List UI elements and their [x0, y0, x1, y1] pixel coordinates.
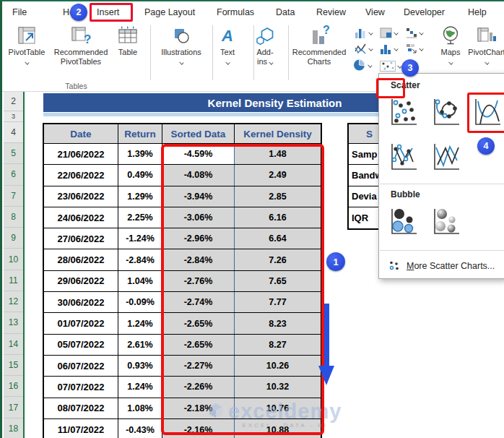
pivottable-icon [16, 25, 38, 46]
cell-date[interactable]: 22/06/2022 [44, 165, 118, 185]
row-header[interactable]: 5 [4, 143, 23, 164]
row-header[interactable]: 13 [4, 312, 23, 333]
treemap-chart-icon [380, 27, 392, 39]
cell-return[interactable]: 1.39% [118, 144, 162, 164]
row-header[interactable]: 18 [4, 418, 23, 438]
table-button[interactable]: Table [109, 25, 147, 57]
scatter-smooth-lines-markers-option[interactable] [429, 95, 462, 130]
chevron-down-icon [25, 60, 29, 64]
recommended-charts-button[interactable]: ? Recommended Charts [289, 25, 349, 66]
step-4-badge: 4 [477, 137, 495, 155]
tab-data[interactable]: Data [276, 1, 295, 23]
pivotchart-button[interactable]: PivotChart [467, 25, 504, 66]
cell-return[interactable]: 2.61% [118, 335, 162, 355]
cell-date[interactable]: 11/07/2022 [44, 419, 118, 438]
chevron-down-icon [368, 46, 373, 51]
row-header[interactable]: 6 [4, 164, 23, 185]
row-header[interactable]: 10 [4, 249, 23, 270]
row-header[interactable]: 3 [4, 111, 23, 122]
add-ins-button[interactable]: Add- ins [248, 25, 282, 66]
cell-date[interactable]: 08/07/2022 [44, 398, 118, 418]
cell-return[interactable]: -1.24% [118, 228, 162, 249]
text-label: Text [220, 48, 235, 56]
cell-return[interactable]: 1.08% [118, 398, 162, 418]
cell-return[interactable]: 0.49% [118, 165, 162, 185]
insert-statistic-chart-button[interactable] [380, 41, 398, 56]
header-date[interactable]: Date [44, 124, 118, 143]
insert-pie-chart-button[interactable] [353, 58, 372, 72]
header-kernel-density[interactable]: Kernel Density [235, 124, 321, 143]
row-header[interactable]: 8 [4, 207, 23, 228]
maps-button[interactable]: Maps [434, 25, 467, 66]
tab-review[interactable]: Review [316, 1, 346, 23]
cell-return[interactable]: 1.29% [118, 186, 162, 207]
row-header[interactable]: 14 [4, 334, 23, 355]
insert-waterfall-chart-button[interactable] [405, 25, 423, 40]
tab-view[interactable]: View [365, 1, 385, 23]
insert-line-chart-button[interactable] [355, 41, 373, 56]
chevron-down-icon [419, 30, 423, 35]
recommended-pivottables-button[interactable]: ? Recommended PivotTables [48, 25, 113, 66]
tab-formulas[interactable]: Formulas [217, 1, 254, 23]
cell-return[interactable]: 2.25% [118, 207, 162, 228]
insert-hierarchy-chart-button[interactable] [380, 25, 398, 40]
cell-date[interactable]: 06/07/2022 [44, 356, 118, 376]
more-scatter-charts-icon [388, 260, 400, 272]
tab-file[interactable]: File [12, 1, 27, 23]
recommended-charts-label1: Recommended [292, 48, 347, 56]
combo-chart-icon [405, 43, 417, 55]
scatter-straight-lines-option[interactable] [429, 140, 462, 175]
bubble-3d-chart-icon [430, 205, 461, 238]
cell-date[interactable]: 05/07/2022 [44, 335, 118, 355]
cell-date[interactable]: 28/06/2022 [44, 249, 118, 270]
row-header[interactable]: 17 [4, 397, 23, 418]
bubble-3d-option[interactable] [429, 204, 462, 239]
cell-return[interactable]: -0.09% [118, 292, 162, 312]
row-header[interactable]: 2 [4, 92, 23, 111]
cell-return[interactable]: 1.04% [118, 271, 162, 291]
cell-date[interactable]: 29/06/2022 [44, 271, 118, 291]
cell-return[interactable]: 1.24% [118, 377, 162, 397]
cell-date[interactable]: 30/06/2022 [44, 292, 118, 312]
row-header[interactable]: 11 [4, 270, 23, 291]
scatter-markers-option[interactable] [386, 95, 420, 130]
cell-date[interactable]: 24/06/2022 [44, 207, 118, 228]
recommended-pivottables-label2: PivotTables [61, 57, 101, 66]
cell-return[interactable]: -2.84% [118, 249, 162, 270]
cell-return[interactable]: -0.43% [118, 419, 162, 438]
cell-return[interactable]: 1.24% [118, 313, 162, 333]
row-header[interactable]: 12 [4, 291, 23, 312]
insert-combo-chart-button[interactable] [405, 41, 423, 56]
chevron-down-icon [394, 46, 398, 51]
cell-date[interactable]: 01/07/2022 [44, 313, 118, 333]
pivottable-button[interactable]: PivotTable [4, 25, 50, 66]
text-button[interactable]: A Text [207, 25, 248, 66]
row-header[interactable]: 4 [4, 122, 23, 143]
scatter-straight-lines-markers-option[interactable] [386, 140, 420, 175]
insert-scatter-chart-button[interactable] [380, 59, 401, 73]
tables-group-label: Tables [2, 82, 150, 90]
bubble-option[interactable] [386, 204, 420, 239]
row-header[interactable]: 7 [4, 186, 23, 207]
illustrations-button[interactable]: Illustrations [151, 25, 212, 66]
header-return[interactable]: Return [118, 124, 162, 143]
cell-date[interactable]: 23/06/2022 [44, 186, 118, 207]
excel-window: File Home Insert Page Layout Formulas Da… [0, 0, 504, 438]
more-scatter-charts-item[interactable]: More Scatter Charts... [379, 256, 504, 275]
selected-range-highlight-box [161, 144, 324, 435]
cell-date[interactable]: 21/06/2022 [44, 144, 118, 164]
row-header[interactable]: 16 [4, 376, 23, 397]
down-arrow-head-icon [318, 366, 334, 385]
header-sorted-data[interactable]: Sorted Data [162, 124, 235, 143]
row-header[interactable]: 15 [4, 355, 23, 376]
cell-return[interactable]: 0.93% [118, 356, 162, 376]
row-header[interactable]: 9 [4, 228, 23, 249]
recommended-charts-label2: Charts [308, 57, 331, 66]
tab-help[interactable]: Help [468, 1, 487, 23]
cell-date[interactable]: 27/06/2022 [44, 228, 118, 249]
add-ins-icon [254, 25, 276, 46]
tab-developer[interactable]: Developer [404, 1, 445, 23]
cell-date[interactable]: 07/07/2022 [44, 377, 118, 397]
insert-column-chart-button[interactable] [355, 25, 373, 40]
tab-page-layout[interactable]: Page Layout [144, 1, 195, 23]
